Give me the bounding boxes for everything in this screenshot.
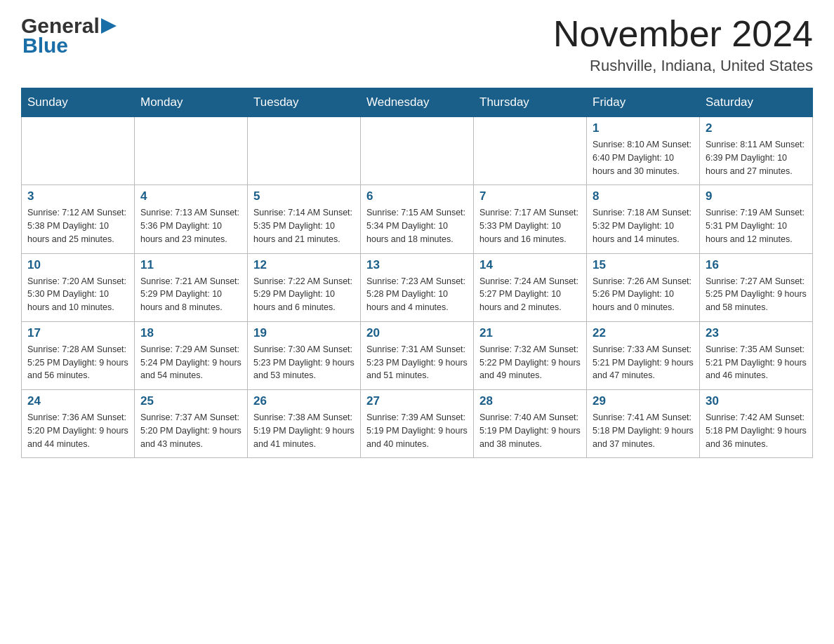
day-number: 19 (253, 326, 355, 340)
calendar-cell: 14Sunrise: 7:24 AM Sunset: 5:27 PM Dayli… (474, 253, 587, 321)
calendar-cell (135, 117, 248, 185)
calendar-cell: 19Sunrise: 7:30 AM Sunset: 5:23 PM Dayli… (248, 321, 361, 389)
calendar-cell (361, 117, 474, 185)
day-info: Sunrise: 7:26 AM Sunset: 5:26 PM Dayligh… (593, 275, 694, 314)
calendar-cell: 13Sunrise: 7:23 AM Sunset: 5:28 PM Dayli… (361, 253, 474, 321)
month-title: November 2024 (553, 14, 813, 54)
day-info: Sunrise: 7:42 AM Sunset: 5:18 PM Dayligh… (706, 411, 807, 450)
col-sunday: Sunday (22, 88, 135, 117)
day-info: Sunrise: 7:22 AM Sunset: 5:29 PM Dayligh… (253, 275, 355, 314)
calendar-cell (248, 117, 361, 185)
day-info: Sunrise: 7:39 AM Sunset: 5:19 PM Dayligh… (366, 411, 468, 450)
logo: General Blue (21, 14, 118, 58)
day-number: 1 (593, 121, 694, 135)
week-row-1: 1Sunrise: 8:10 AM Sunset: 6:40 PM Daylig… (22, 117, 813, 185)
calendar-cell: 10Sunrise: 7:20 AM Sunset: 5:30 PM Dayli… (22, 253, 135, 321)
day-info: Sunrise: 7:30 AM Sunset: 5:23 PM Dayligh… (253, 343, 355, 382)
calendar-cell: 3Sunrise: 7:12 AM Sunset: 5:38 PM Daylig… (22, 185, 135, 253)
day-info: Sunrise: 7:41 AM Sunset: 5:18 PM Dayligh… (593, 411, 694, 450)
day-number: 29 (593, 394, 694, 408)
day-info: Sunrise: 7:19 AM Sunset: 5:31 PM Dayligh… (706, 206, 807, 246)
col-monday: Monday (135, 88, 248, 117)
day-number: 12 (253, 258, 355, 272)
day-number: 2 (706, 121, 807, 135)
calendar-cell: 30Sunrise: 7:42 AM Sunset: 5:18 PM Dayli… (700, 390, 813, 458)
day-info: Sunrise: 7:15 AM Sunset: 5:34 PM Dayligh… (366, 206, 468, 246)
calendar-cell: 8Sunrise: 7:18 AM Sunset: 5:32 PM Daylig… (587, 185, 700, 253)
day-number: 18 (140, 326, 241, 340)
day-number: 4 (140, 189, 241, 203)
day-info: Sunrise: 8:11 AM Sunset: 6:39 PM Dayligh… (706, 138, 807, 177)
location-subtitle: Rushville, Indiana, United States (553, 57, 813, 75)
calendar-cell: 18Sunrise: 7:29 AM Sunset: 5:24 PM Dayli… (135, 321, 248, 389)
day-number: 30 (706, 394, 807, 408)
days-of-week-row: Sunday Monday Tuesday Wednesday Thursday… (22, 88, 813, 117)
day-info: Sunrise: 7:29 AM Sunset: 5:24 PM Dayligh… (140, 343, 241, 382)
calendar-cell: 26Sunrise: 7:38 AM Sunset: 5:19 PM Dayli… (248, 390, 361, 458)
calendar-body: 1Sunrise: 8:10 AM Sunset: 6:40 PM Daylig… (22, 117, 813, 458)
day-number: 14 (479, 258, 581, 272)
calendar-header: Sunday Monday Tuesday Wednesday Thursday… (22, 88, 813, 117)
calendar-cell (474, 117, 587, 185)
day-number: 7 (479, 189, 581, 203)
svg-marker-0 (101, 18, 117, 34)
day-number: 27 (366, 394, 468, 408)
calendar-cell: 20Sunrise: 7:31 AM Sunset: 5:23 PM Dayli… (361, 321, 474, 389)
day-info: Sunrise: 7:36 AM Sunset: 5:20 PM Dayligh… (27, 411, 128, 450)
day-info: Sunrise: 7:18 AM Sunset: 5:32 PM Dayligh… (593, 206, 694, 246)
calendar-cell: 28Sunrise: 7:40 AM Sunset: 5:19 PM Dayli… (474, 390, 587, 458)
day-number: 3 (27, 189, 128, 203)
day-info: Sunrise: 7:23 AM Sunset: 5:28 PM Dayligh… (366, 275, 468, 314)
day-info: Sunrise: 7:37 AM Sunset: 5:20 PM Dayligh… (140, 411, 241, 450)
calendar-cell: 29Sunrise: 7:41 AM Sunset: 5:18 PM Dayli… (587, 390, 700, 458)
day-info: Sunrise: 7:24 AM Sunset: 5:27 PM Dayligh… (479, 275, 581, 314)
calendar-cell: 27Sunrise: 7:39 AM Sunset: 5:19 PM Dayli… (361, 390, 474, 458)
day-number: 21 (479, 326, 581, 340)
day-number: 9 (706, 189, 807, 203)
col-wednesday: Wednesday (361, 88, 474, 117)
day-number: 24 (27, 394, 128, 408)
calendar-cell: 2Sunrise: 8:11 AM Sunset: 6:39 PM Daylig… (700, 117, 813, 185)
day-number: 15 (593, 258, 694, 272)
calendar-cell: 15Sunrise: 7:26 AM Sunset: 5:26 PM Dayli… (587, 253, 700, 321)
day-number: 10 (27, 258, 128, 272)
week-row-4: 17Sunrise: 7:28 AM Sunset: 5:25 PM Dayli… (22, 321, 813, 389)
calendar-cell (22, 117, 135, 185)
calendar-cell: 22Sunrise: 7:33 AM Sunset: 5:21 PM Dayli… (587, 321, 700, 389)
day-info: Sunrise: 7:14 AM Sunset: 5:35 PM Dayligh… (253, 206, 355, 246)
day-info: Sunrise: 7:38 AM Sunset: 5:19 PM Dayligh… (253, 411, 355, 450)
day-number: 22 (593, 326, 694, 340)
title-area: November 2024 Rushville, Indiana, United… (553, 14, 813, 75)
day-info: Sunrise: 7:13 AM Sunset: 5:36 PM Dayligh… (140, 206, 241, 246)
calendar-cell: 17Sunrise: 7:28 AM Sunset: 5:25 PM Dayli… (22, 321, 135, 389)
day-info: Sunrise: 7:32 AM Sunset: 5:22 PM Dayligh… (479, 343, 581, 382)
day-number: 13 (366, 258, 468, 272)
calendar-cell: 25Sunrise: 7:37 AM Sunset: 5:20 PM Dayli… (135, 390, 248, 458)
day-number: 17 (27, 326, 128, 340)
col-friday: Friday (587, 88, 700, 117)
day-number: 20 (366, 326, 468, 340)
day-info: Sunrise: 7:20 AM Sunset: 5:30 PM Dayligh… (27, 275, 128, 314)
calendar-cell: 5Sunrise: 7:14 AM Sunset: 5:35 PM Daylig… (248, 185, 361, 253)
col-saturday: Saturday (700, 88, 813, 117)
calendar-cell: 21Sunrise: 7:32 AM Sunset: 5:22 PM Dayli… (474, 321, 587, 389)
day-number: 16 (706, 258, 807, 272)
day-number: 11 (140, 258, 241, 272)
logo-blue-text: Blue (22, 34, 68, 57)
day-number: 28 (479, 394, 581, 408)
page-header: General Blue November 2024 Rushville, In… (21, 14, 813, 75)
week-row-2: 3Sunrise: 7:12 AM Sunset: 5:38 PM Daylig… (22, 185, 813, 253)
calendar-table: Sunday Monday Tuesday Wednesday Thursday… (21, 88, 813, 458)
day-info: Sunrise: 8:10 AM Sunset: 6:40 PM Dayligh… (593, 138, 694, 177)
calendar-cell: 6Sunrise: 7:15 AM Sunset: 5:34 PM Daylig… (361, 185, 474, 253)
calendar-cell: 12Sunrise: 7:22 AM Sunset: 5:29 PM Dayli… (248, 253, 361, 321)
week-row-3: 10Sunrise: 7:20 AM Sunset: 5:30 PM Dayli… (22, 253, 813, 321)
day-info: Sunrise: 7:31 AM Sunset: 5:23 PM Dayligh… (366, 343, 468, 382)
calendar-cell: 11Sunrise: 7:21 AM Sunset: 5:29 PM Dayli… (135, 253, 248, 321)
day-info: Sunrise: 7:35 AM Sunset: 5:21 PM Dayligh… (706, 343, 807, 382)
calendar-cell: 9Sunrise: 7:19 AM Sunset: 5:31 PM Daylig… (700, 185, 813, 253)
calendar-cell: 4Sunrise: 7:13 AM Sunset: 5:36 PM Daylig… (135, 185, 248, 253)
col-tuesday: Tuesday (248, 88, 361, 117)
day-number: 6 (366, 189, 468, 203)
calendar-cell: 24Sunrise: 7:36 AM Sunset: 5:20 PM Dayli… (22, 390, 135, 458)
